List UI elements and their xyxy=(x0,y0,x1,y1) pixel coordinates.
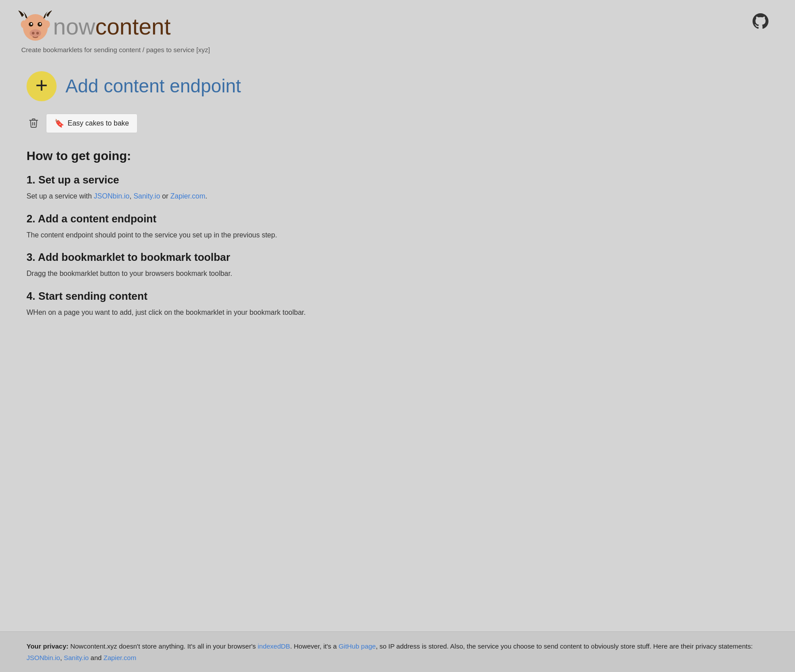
bookmark-flag-icon: 🔖 xyxy=(54,118,64,128)
bull-icon xyxy=(18,9,53,44)
header-subtitle: Create bookmarklets for sending content … xyxy=(21,46,210,53)
privacy-label: Your privacy: xyxy=(27,642,69,650)
step-4-text: WHen on a page you want to add, just cli… xyxy=(27,307,371,318)
delete-bookmark-icon[interactable] xyxy=(28,118,39,129)
step-2-title: 2. Add a content endpoint xyxy=(27,213,371,225)
svg-point-7 xyxy=(30,29,41,37)
add-endpoint-title: Add content endpoint xyxy=(65,76,241,97)
svg-point-2 xyxy=(44,20,50,28)
logo-now: now xyxy=(53,14,95,39)
header: nowcontent Create bookmarklets for sendi… xyxy=(0,0,795,62)
logo-content: content xyxy=(95,14,171,39)
bookmark-label: Easy cakes to bake xyxy=(68,119,129,127)
github-icon[interactable] xyxy=(753,9,768,31)
svg-point-5 xyxy=(31,23,32,25)
zapier-link-1[interactable]: Zapier.com xyxy=(170,192,205,200)
step-1-title: 1. Set up a service xyxy=(27,174,371,186)
add-endpoint-section: + Add content endpoint xyxy=(27,71,371,101)
bookmark-row: 🔖 Easy cakes to bake xyxy=(28,114,371,133)
svg-point-6 xyxy=(39,23,41,25)
sanity-link-1[interactable]: Sanity.io xyxy=(134,192,160,200)
zapier-link-footer[interactable]: Zapier.com xyxy=(103,654,136,661)
plus-icon: + xyxy=(35,75,48,96)
logo-row: nowcontent xyxy=(18,9,210,44)
main-content: + Add content endpoint 🔖 Easy cakes to b… xyxy=(0,62,398,631)
step-4-title: 4. Start sending content xyxy=(27,290,371,302)
jsonbin-link-footer[interactable]: JSONbin.io xyxy=(27,654,60,661)
sanity-link-footer[interactable]: Sanity.io xyxy=(64,654,88,661)
step-1-text: Set up a service with JSONbin.io, Sanity… xyxy=(27,191,371,202)
bookmark-button[interactable]: 🔖 Easy cakes to bake xyxy=(46,114,138,133)
logo-text: nowcontent xyxy=(53,15,171,38)
svg-point-9 xyxy=(36,32,39,34)
svg-point-1 xyxy=(21,20,27,28)
footer-text: Your privacy: Nowcontent.xyz doesn't sto… xyxy=(27,641,768,663)
indexeddb-link[interactable]: indexedDB xyxy=(258,642,290,650)
footer: Your privacy: Nowcontent.xyz doesn't sto… xyxy=(0,631,795,672)
jsonbin-link-1[interactable]: JSONbin.io xyxy=(94,192,130,200)
step-3-text: Dragg the bookmarklet button to your bro… xyxy=(27,268,371,279)
how-to-title: How to get going: xyxy=(27,149,371,163)
svg-point-8 xyxy=(32,32,34,34)
add-endpoint-button[interactable]: + xyxy=(27,71,57,101)
step-2-text: The content endpoint should point to the… xyxy=(27,229,371,241)
header-left: nowcontent Create bookmarklets for sendi… xyxy=(18,9,210,53)
step-3-title: 3. Add bookmarklet to bookmark toolbar xyxy=(27,251,371,263)
github-page-link[interactable]: GitHub page xyxy=(339,642,376,650)
